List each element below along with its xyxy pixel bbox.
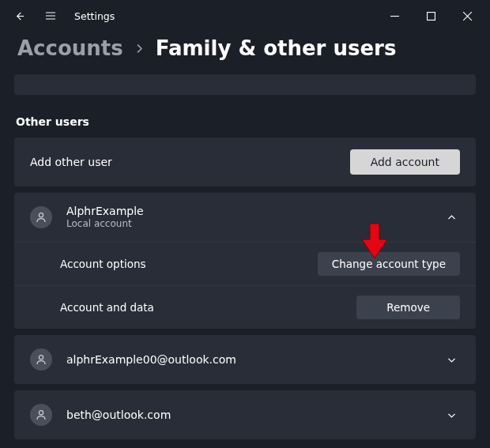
svg-point-2 [39,356,43,360]
user-panel-alphrexample00: alphrExample00@outlook.com [14,335,476,384]
chevron-down-icon [447,410,457,420]
avatar [30,206,52,228]
titlebar: Settings [0,0,490,32]
breadcrumb-parent[interactable]: Accounts [17,36,123,60]
window-title: Settings [74,10,115,22]
user-name: alphrExample00@outlook.com [66,352,443,367]
placeholder-card [14,74,476,95]
svg-point-3 [39,411,43,415]
hamburger-icon [44,9,57,22]
collapse-toggle[interactable] [443,213,460,223]
user-row-alphrexample00[interactable]: alphrExample00@outlook.com [14,335,476,384]
change-account-type-button[interactable]: Change account type [318,252,460,276]
close-button[interactable] [449,0,485,32]
user-panel-beth: beth@outlook.com [14,390,476,439]
user-row-beth[interactable]: beth@outlook.com [14,390,476,439]
maximize-icon [427,12,435,21]
menu-button[interactable] [36,0,65,32]
svg-rect-0 [427,12,435,20]
add-other-user-label: Add other user [30,156,350,168]
avatar [30,348,52,371]
user-name: AlphrExample [66,204,443,218]
avatar [30,404,52,426]
arrow-left-icon [13,10,25,22]
minimize-icon [390,12,399,21]
account-and-data-label: Account and data [60,301,356,314]
account-options-label: Account options [60,258,318,270]
person-icon [35,353,47,366]
chevron-up-icon [447,213,457,223]
minimize-button[interactable] [376,0,413,32]
remove-button[interactable]: Remove [356,296,460,319]
window-controls [376,0,485,32]
chevron-down-icon [447,355,457,365]
person-icon [35,211,47,224]
person-icon [35,408,47,421]
user-name: beth@outlook.com [66,408,443,422]
svg-point-1 [39,213,43,217]
close-icon [463,12,472,21]
expand-toggle[interactable] [443,410,460,420]
expand-toggle[interactable] [443,355,460,365]
user-subtitle: Local account [66,218,443,231]
add-account-button[interactable]: Add account [350,149,460,175]
breadcrumb: Accounts Family & other users [0,32,490,74]
back-button[interactable] [5,0,33,32]
add-other-user-panel: Add other user Add account [14,137,476,186]
chevron-right-icon [134,43,145,54]
user-panel-alphrexample: AlphrExample Local account Account optio… [14,193,476,329]
user-row-alphrexample[interactable]: AlphrExample Local account [14,193,476,242]
maximize-button[interactable] [413,0,449,32]
section-title-other-users: Other users [16,115,474,128]
breadcrumb-current: Family & other users [156,36,397,60]
